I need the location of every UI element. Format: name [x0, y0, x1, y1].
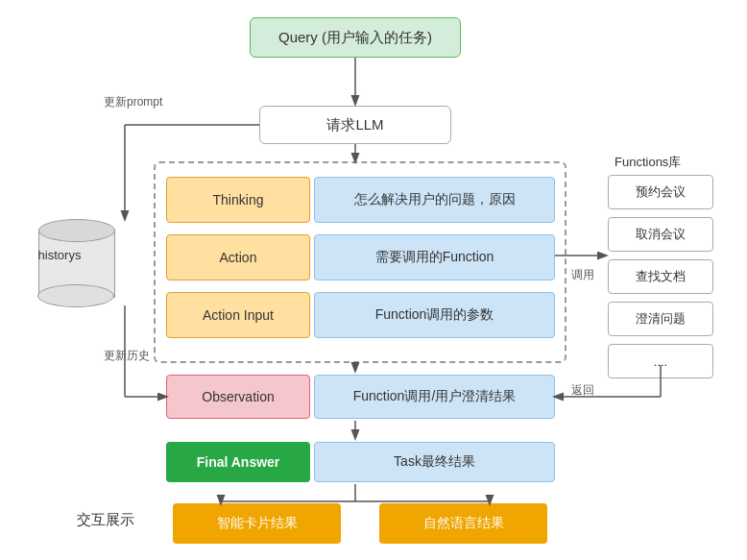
historys-cylinder [38, 219, 115, 305]
func-box-2: 查找文档 [608, 259, 713, 294]
thinking-row: Thinking 怎么解决用户的问题，原因 [166, 175, 555, 225]
historys-label: historys [31, 248, 88, 262]
action-row: Action 需要调用的Function [166, 232, 555, 282]
thinking-label: Thinking [166, 177, 310, 223]
query-label: Query (用户输入的任务) [278, 29, 432, 47]
functions-title: Functions库 [614, 154, 681, 171]
final-answer-row: Final Answer Task最终结果 [166, 440, 555, 484]
update-history-label: 更新历史 [104, 348, 150, 364]
action-input-row: Action Input Function调用的参数 [166, 290, 555, 340]
func-box-1: 取消会议 [608, 217, 713, 252]
thinking-value: 怎么解决用户的问题，原因 [314, 177, 555, 223]
action-label: Action [166, 234, 310, 280]
final-answer-value: Task最终结果 [314, 442, 555, 482]
call-label: 调用 [571, 267, 594, 283]
llm-box: 请求LLM [259, 106, 451, 144]
bottom-section-label: 交互展示 [77, 511, 134, 529]
action-input-label: Action Input [166, 292, 310, 338]
natural-language-box: 自然语言结果 [379, 503, 547, 544]
action-input-value: Function调用的参数 [314, 292, 555, 338]
func-box-0: 预约会议 [608, 175, 713, 209]
action-value: 需要调用的Function [314, 234, 555, 280]
final-answer-label: Final Answer [166, 442, 310, 482]
query-box: Query (用户输入的任务) [250, 17, 461, 58]
llm-label: 请求LLM [326, 116, 383, 134]
return-label: 返回 [571, 382, 594, 399]
observation-value: Function调用/用户澄清结果 [314, 375, 555, 419]
func-box-3: 澄清问题 [608, 302, 713, 336]
func-box-4: .... [608, 344, 713, 378]
diagram: Query (用户输入的任务) 请求LLM Thinking 怎么解决用户的问题… [0, 0, 747, 560]
observation-row: Observation Function调用/用户澄清结果 [166, 373, 555, 421]
smart-card-box: 智能卡片结果 [173, 503, 341, 544]
bottom-row: 智能卡片结果 自然语言结果 [154, 503, 566, 544]
update-prompt-label: 更新prompt [104, 94, 162, 110]
observation-label: Observation [166, 375, 310, 419]
